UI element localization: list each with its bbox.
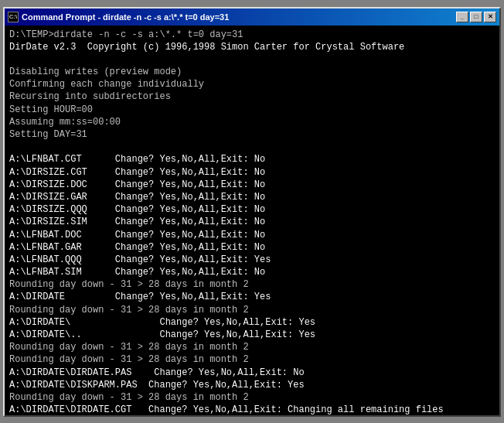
title-buttons: _ □ ✕ xyxy=(456,12,496,22)
minimize-button[interactable]: _ xyxy=(456,12,468,22)
title-bar: C:\ Command Prompt - dirdate -n -c -s a:… xyxy=(5,9,499,26)
title-bar-left: C:\ Command Prompt - dirdate -n -c -s a:… xyxy=(8,12,229,22)
close-button[interactable]: ✕ xyxy=(484,12,496,22)
console-area: D:\TEMP>dirdate -n -c -s a:\*.* t=0 day=… xyxy=(5,26,499,415)
window-icon: C:\ xyxy=(8,12,19,22)
maximize-button[interactable]: □ xyxy=(470,12,482,22)
window: C:\ Command Prompt - dirdate -n -c -s a:… xyxy=(3,7,501,417)
console-output: D:\TEMP>dirdate -n -c -s a:\*.* t=0 day=… xyxy=(9,29,495,415)
window-title: Command Prompt - dirdate -n -c -s a:\*.*… xyxy=(22,12,229,22)
